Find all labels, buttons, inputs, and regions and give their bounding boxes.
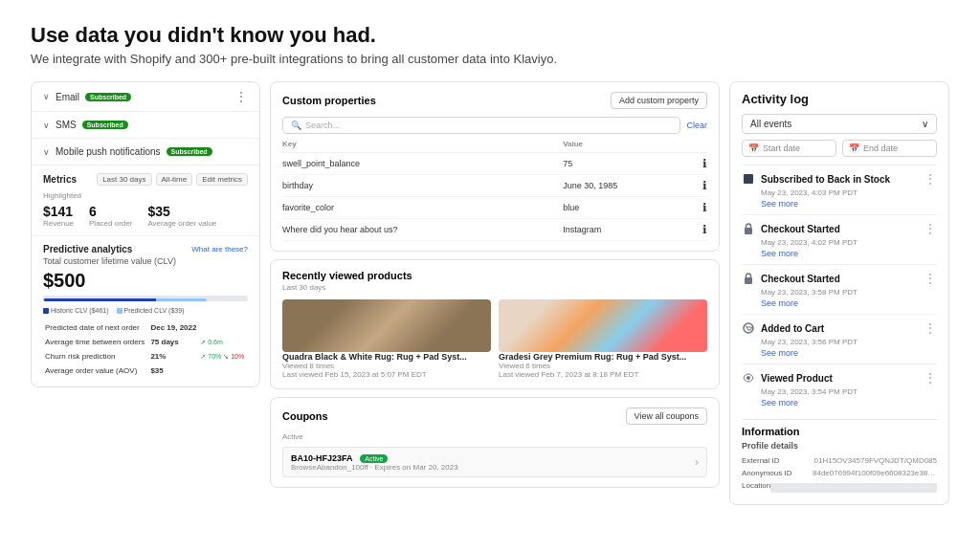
page-background: Use data you didn't know you had. We int… — [0, 0, 980, 551]
activity-item: Viewed Product ⋮ May 23, 2023, 3:54 PM P… — [742, 364, 937, 413]
prop-key: favorite_color — [282, 197, 563, 219]
activity-menu-icon[interactable]: ⋮ — [924, 171, 937, 187]
chevron-down-icon: ∨ — [922, 119, 928, 129]
prop-value: Instagram — [563, 219, 696, 241]
clv-bar — [43, 296, 248, 301]
table-row: favorite_color blue ℹ — [282, 197, 707, 219]
row-action-icon[interactable]: ℹ — [696, 153, 707, 175]
row-action-icon[interactable]: ℹ — [696, 197, 707, 219]
activity-menu-icon[interactable]: ⋮ — [924, 320, 937, 336]
calendar-icon: 📅 — [849, 143, 859, 153]
date-row: 📅 Start date 📅 End date — [742, 140, 937, 157]
location-label: Location — [742, 481, 770, 493]
end-date-input[interactable]: 📅 End date — [842, 140, 937, 157]
pred-metric-2: Churn risk prediction — [45, 350, 148, 363]
email-menu-icon[interactable]: ⋮ — [234, 90, 248, 103]
product-name-0: Quadra Black & White Rug: Rug + Pad Syst… — [282, 352, 491, 362]
see-more-link[interactable]: See more — [761, 199, 937, 209]
see-more-link[interactable]: See more — [761, 249, 937, 258]
pred-val-0: Dec 19, 2022 — [150, 321, 198, 334]
coupon-row: BA10-HFJ23FA Active BrowseAbandon_100ff … — [282, 447, 707, 477]
pred-metric-3: Average order value (AOV) — [45, 364, 148, 377]
svg-rect-0 — [745, 228, 752, 234]
activity-event-date: May 23, 2023, 4:03 PM PDT — [761, 188, 937, 197]
activity-menu-icon[interactable]: ⋮ — [924, 221, 937, 236]
view-all-coupons-button[interactable]: View all coupons — [626, 408, 707, 425]
pred-val-2: 21% — [150, 350, 198, 363]
metrics-section: Metrics Last 30 days All-time Edit metri… — [32, 165, 259, 236]
custom-props-title: Custom properties — [282, 95, 376, 106]
predicted-bar-fill — [156, 298, 208, 301]
see-more-link[interactable]: See more — [761, 348, 937, 358]
chevron-icon: ∨ — [43, 147, 50, 157]
clv-value: $500 — [43, 270, 248, 292]
activity-event-name: Added to Cart — [761, 323, 824, 334]
middle-panel: Custom properties Add custom property 🔍 … — [270, 81, 720, 488]
prop-key: Where did you hear about us? — [282, 219, 563, 241]
pred-metric-0: Predicted date of next order — [45, 321, 148, 334]
push-label: Mobile push notifications — [56, 146, 161, 157]
anonymous-id-row: Anonymous ID 84de076994f100f09e6608323e3… — [742, 467, 937, 479]
table-row: Average order value (AOV) $35 — [45, 364, 246, 377]
activity-event-date: May 23, 2023, 3:58 PM PDT — [761, 288, 937, 297]
prop-value: June 30, 1985 — [563, 175, 696, 197]
aov-value: $35 — [147, 204, 216, 219]
table-row: birthday June 30, 1985 ℹ — [282, 175, 707, 197]
table-row: Churn risk prediction 21% ↗ 70% ↘ 10% — [45, 350, 246, 363]
calendar-icon: 📅 — [748, 143, 759, 153]
chevron-icon: ∨ — [43, 121, 50, 130]
revenue-value: $141 — [43, 204, 74, 219]
see-more-link[interactable]: See more — [761, 398, 937, 408]
anonymous-id-value: 84de076994f100f09e6608323e38bbd0 — [813, 469, 937, 477]
search-box[interactable]: 🔍 Search... — [282, 117, 680, 134]
activity-event-icon — [742, 172, 755, 186]
activity-menu-icon[interactable]: ⋮ — [924, 370, 937, 386]
chevron-right-icon: › — [695, 455, 699, 469]
clear-button[interactable]: Clear — [686, 121, 707, 130]
edit-metrics-btn[interactable]: Edit metrics — [196, 173, 248, 186]
last30-btn[interactable]: Last 30 days — [97, 173, 151, 186]
subline: We integrate with Shopify and 300+ pre-b… — [31, 52, 949, 66]
external-id-value: 01H15OV34579FVQNJDT/QMD085 — [814, 456, 938, 465]
activity-log-title: Activity log — [742, 92, 937, 106]
activity-event-icon — [742, 222, 755, 235]
activity-event-date: May 23, 2023, 3:56 PM PDT — [761, 338, 937, 346]
product-image-1 — [499, 299, 707, 352]
product-name-1: Gradesi Grey Premium Rug: Rug + Pad Syst… — [499, 352, 707, 362]
email-label: Email — [56, 92, 79, 102]
products-row: Quadra Black & White Rug: Rug + Pad Syst… — [282, 299, 707, 379]
activity-event-icon — [742, 321, 755, 335]
row-action-icon[interactable]: ℹ — [696, 219, 707, 241]
start-date-label: Start date — [763, 143, 800, 153]
alltime-btn[interactable]: All-time — [156, 173, 193, 186]
activity-menu-icon[interactable]: ⋮ — [924, 271, 937, 286]
activity-event-name: Subscribed to Back in Stock — [761, 174, 890, 185]
activity-item: Checkout Started ⋮ May 23, 2023, 3:58 PM… — [742, 264, 937, 314]
prop-key: swell_point_balance — [282, 153, 563, 175]
clv-label: Total customer lifetime value (CLV) — [43, 256, 248, 266]
right-panel: Activity log All events ∨ 📅 Start date 📅… — [729, 81, 949, 505]
start-date-input[interactable]: 📅 Start date — [742, 140, 836, 157]
all-events-dropdown[interactable]: All events ∨ — [742, 114, 937, 134]
product-image-0 — [282, 299, 491, 352]
row-action-icon[interactable]: ℹ — [696, 175, 707, 197]
search-icon: 🔍 — [291, 121, 301, 130]
information-title: Information — [742, 426, 937, 437]
add-custom-property-button[interactable]: Add custom property — [611, 92, 707, 109]
see-more-link[interactable]: See more — [761, 298, 937, 308]
table-row: Where did you hear about us? Instagram ℹ — [282, 219, 707, 241]
anonymous-id-label: Anonymous ID — [742, 469, 791, 477]
historic-bar-fill — [43, 298, 156, 301]
chevron-icon: ∨ — [43, 92, 50, 101]
recently-viewed-title: Recently viewed products — [282, 270, 412, 281]
what-are-link[interactable]: What are these? — [191, 245, 248, 253]
product-last-1: Last viewed Feb 7, 2023 at 8:18 PM EDT — [499, 370, 707, 379]
push-subscribed-badge: Subscribed — [167, 147, 212, 156]
prop-value: blue — [563, 197, 696, 219]
prop-value: 75 — [563, 153, 696, 175]
pred-val-1: 75 days — [150, 336, 198, 348]
revenue-label: Revenue — [43, 219, 74, 228]
all-events-label: All events — [750, 119, 791, 129]
sms-section: ∨ SMS Subscribed — [32, 112, 259, 139]
pred-val-3: $35 — [150, 364, 198, 377]
